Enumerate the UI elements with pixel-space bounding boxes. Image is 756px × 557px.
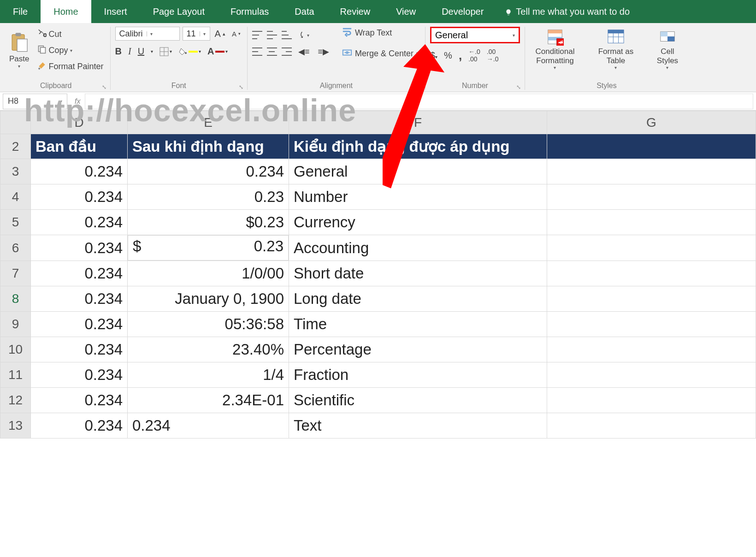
cell[interactable]: 0.234 — [128, 159, 289, 184]
row-header[interactable]: 2 — [0, 134, 31, 159]
format-painter-button[interactable]: Format Painter — [35, 60, 105, 73]
row-header[interactable]: 5 — [0, 210, 31, 235]
cell[interactable]: Kiểu định dạng được áp dụng — [289, 134, 547, 159]
underline-button[interactable]: U — [138, 46, 144, 57]
cell[interactable]: 0.23 — [128, 184, 289, 210]
cell[interactable]: Scientific — [289, 388, 547, 413]
cell[interactable] — [547, 337, 756, 362]
cell[interactable]: 0.234 — [128, 413, 289, 438]
select-all-corner[interactable] — [0, 111, 31, 134]
cell[interactable] — [547, 159, 756, 184]
cell[interactable]: Long date — [289, 286, 547, 312]
cell[interactable]: Ban đầu — [31, 134, 128, 159]
row-header[interactable]: 6 — [0, 235, 31, 261]
decrease-decimal-button[interactable]: .00→.0 — [487, 48, 499, 63]
tab-review[interactable]: Review — [327, 0, 384, 23]
column-header-e[interactable]: E — [128, 111, 289, 134]
cell[interactable] — [547, 261, 756, 286]
tab-page-layout[interactable]: Page Layout — [140, 0, 218, 23]
cell[interactable]: Number — [289, 184, 547, 210]
cell[interactable] — [547, 312, 756, 337]
cell-styles-button[interactable]: Cell Styles ▾ — [651, 27, 684, 71]
cell[interactable]: Percentage — [289, 337, 547, 362]
dialog-launcher-icon[interactable] — [515, 83, 522, 89]
cell[interactable]: 0.234 — [31, 312, 128, 337]
paste-button[interactable]: Paste ▾ — [6, 31, 32, 69]
cell[interactable]: 0.234 — [31, 413, 128, 438]
increase-decimal-button[interactable]: ←.0.00 — [468, 48, 480, 63]
column-header-d[interactable]: D — [31, 111, 128, 134]
percent-format-button[interactable]: % — [444, 50, 452, 61]
dialog-launcher-icon[interactable] — [101, 83, 107, 89]
copy-button[interactable]: Copy ▾ — [35, 44, 105, 57]
cell[interactable]: 0.234 — [31, 261, 128, 286]
cell[interactable]: $0.23 — [128, 235, 289, 261]
cell[interactable]: Sau khi định dạng — [128, 134, 289, 159]
row-header[interactable]: 10 — [0, 337, 31, 362]
column-header-g[interactable]: G — [547, 111, 756, 134]
comma-format-button[interactable]: , — [459, 48, 462, 63]
align-left-button[interactable] — [252, 47, 262, 56]
formula-input[interactable] — [85, 94, 753, 109]
conditional-formatting-button[interactable]: ≠ Conditional Formatting ▾ — [530, 27, 580, 71]
tab-data[interactable]: Data — [282, 0, 327, 23]
decrease-indent-button[interactable]: ◀≡ — [296, 46, 312, 58]
cell[interactable]: 0.234 — [31, 184, 128, 210]
worksheet-grid[interactable]: D E F G 2 Ban đầu Sau khi định dạng Kiểu… — [0, 111, 756, 438]
fill-color-button[interactable]: ▾ — [178, 47, 201, 56]
cell[interactable]: General — [289, 159, 547, 184]
cell[interactable]: 23.40% — [128, 337, 289, 362]
italic-button[interactable]: I — [128, 46, 131, 57]
row-header[interactable]: 3 — [0, 159, 31, 184]
cell[interactable]: 05:36:58 — [128, 312, 289, 337]
row-header[interactable]: 11 — [0, 362, 31, 388]
cell[interactable]: 0.234 — [31, 235, 128, 261]
dialog-launcher-icon[interactable] — [416, 83, 422, 89]
dialog-launcher-icon[interactable] — [238, 83, 244, 89]
font-color-button[interactable]: A ▾ — [207, 46, 227, 57]
cell[interactable] — [547, 134, 756, 159]
cell[interactable] — [547, 210, 756, 235]
cell[interactable]: 1/0/00 — [128, 261, 289, 286]
cut-button[interactable]: Cut — [35, 28, 105, 41]
row-header[interactable]: 8 — [0, 286, 31, 312]
format-as-table-button[interactable]: Format as Table ▾ — [591, 27, 641, 71]
cell[interactable]: Accounting — [289, 235, 547, 261]
cell[interactable]: 2.34E-01 — [128, 388, 289, 413]
cell[interactable]: 0.234 — [31, 388, 128, 413]
row-header[interactable]: 4 — [0, 184, 31, 210]
cell[interactable] — [547, 413, 756, 438]
align-middle-button[interactable] — [267, 31, 277, 39]
cell[interactable]: 0.234 — [31, 286, 128, 312]
tab-file[interactable]: File — [0, 0, 41, 23]
font-name-combo[interactable]: Calibri ▾ — [115, 27, 180, 41]
tab-home[interactable]: Home — [41, 0, 91, 23]
row-header[interactable]: 12 — [0, 388, 31, 413]
align-center-button[interactable] — [267, 47, 277, 56]
cell[interactable]: Short date — [289, 261, 547, 286]
cell[interactable]: 0.234 — [31, 210, 128, 235]
cell[interactable] — [547, 286, 756, 312]
tab-insert[interactable]: Insert — [91, 0, 140, 23]
cell[interactable]: 0.234 — [31, 337, 128, 362]
align-bottom-button[interactable] — [282, 31, 292, 39]
row-header[interactable]: 13 — [0, 413, 31, 438]
tab-view[interactable]: View — [383, 0, 429, 23]
tab-formulas[interactable]: Formulas — [218, 0, 282, 23]
merge-center-button[interactable]: Merge & Center ▾ — [342, 47, 420, 60]
font-size-combo[interactable]: 11 ▾ — [183, 27, 210, 41]
cell[interactable]: Fraction — [289, 362, 547, 388]
tell-me[interactable]: Tell me what you want to do — [496, 0, 630, 23]
cell[interactable]: Time — [289, 312, 547, 337]
tab-developer[interactable]: Developer — [429, 0, 496, 23]
name-box[interactable]: H8 ▾ — [3, 94, 67, 109]
number-format-combo[interactable]: General ▾ — [430, 27, 520, 43]
cell[interactable] — [547, 184, 756, 210]
fx-icon[interactable]: fx — [70, 97, 85, 106]
align-right-button[interactable] — [282, 47, 292, 56]
cell[interactable]: Text — [289, 413, 547, 438]
cell[interactable]: $0.23 — [128, 210, 289, 235]
increase-indent-button[interactable]: ≡▶ — [316, 46, 331, 58]
wrap-text-button[interactable]: Wrap Text — [342, 27, 420, 39]
cell[interactable] — [547, 388, 756, 413]
